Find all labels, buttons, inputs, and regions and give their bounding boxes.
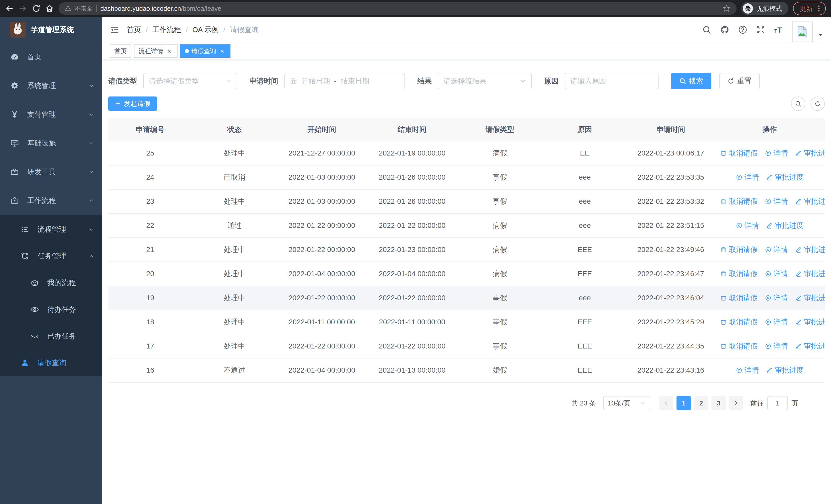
cancel-leave-link[interactable]: 取消请假	[720, 197, 757, 206]
reason-input[interactable]	[570, 77, 653, 85]
next-page-button[interactable]	[729, 396, 743, 410]
bookmark-star-icon[interactable]	[723, 5, 730, 12]
detail-link[interactable]: 详情	[765, 245, 788, 255]
detail-link[interactable]: 详情	[765, 148, 788, 158]
cell-status: 不通过	[192, 358, 277, 382]
date-range-picker[interactable]: 开始日期 - 结束日期	[284, 73, 405, 89]
app-logo[interactable]: 芋道管理系统	[0, 17, 102, 42]
sidebar-collapse-icon[interactable]	[110, 25, 119, 34]
sidebar-item-payment-management[interactable]: 支付管理	[0, 100, 102, 129]
table-row: 19处理中2022-01-22 00:00:002022-01-22 00:00…	[108, 286, 825, 310]
page-size-select[interactable]: 10条/页	[603, 396, 650, 410]
sidebar-item-label: 流程管理	[37, 225, 88, 234]
browser-forward-icon[interactable]	[19, 4, 27, 13]
font-size-icon[interactable]: TT	[774, 25, 783, 34]
cell-actions: 取消请假详情审批进度	[715, 189, 825, 213]
sidebar-item-home[interactable]: 首页	[0, 42, 102, 71]
detail-eye-icon	[736, 367, 742, 374]
approval-progress-link[interactable]: 审批进度	[795, 293, 825, 303]
detail-link[interactable]: 详情	[736, 365, 759, 375]
approval-progress-link[interactable]: 审批进度	[766, 365, 804, 375]
prev-page-button[interactable]	[659, 396, 674, 410]
sidebar-item-todo-tasks[interactable]: 待办任务	[0, 296, 102, 323]
approval-progress-link[interactable]: 审批进度	[766, 221, 804, 231]
tab-close-icon[interactable]: ×	[219, 48, 226, 55]
cancel-leave-link[interactable]: 取消请假	[720, 269, 757, 279]
search-icon[interactable]	[702, 25, 711, 34]
goto-page-input[interactable]	[767, 396, 788, 410]
address-bar[interactable]: 不安全 dashboard.yudao.iocoder.cn/bpm/oa/le…	[58, 2, 737, 14]
result-select[interactable]: 请选择流结果	[438, 73, 532, 89]
detail-link[interactable]: 详情	[736, 173, 759, 182]
github-icon[interactable]	[720, 25, 729, 34]
avatar[interactable]	[792, 22, 812, 42]
sidebar-item-process-management[interactable]: 流程管理	[0, 216, 102, 243]
breadcrumb-item[interactable]: 工作流程	[152, 25, 181, 35]
cancel-leave-link[interactable]: 取消请假	[720, 293, 757, 303]
approval-progress-link[interactable]: 审批进度	[795, 148, 825, 158]
sidebar-item-task-management[interactable]: 任务管理	[0, 243, 102, 269]
tab-home[interactable]: 首页	[110, 45, 132, 58]
user-icon	[21, 358, 29, 367]
hide-search-button[interactable]	[791, 96, 805, 111]
detail-link[interactable]: 详情	[765, 293, 788, 303]
browser-home-icon[interactable]	[45, 4, 54, 13]
cancel-leave-link[interactable]: 取消请假	[720, 317, 757, 327]
browser-menu-icon[interactable]	[815, 5, 823, 12]
detail-link[interactable]: 详情	[736, 221, 759, 231]
cancel-leave-link[interactable]: 取消请假	[720, 148, 757, 158]
approval-progress-link[interactable]: 审批进度	[766, 173, 804, 182]
cell-actions: 取消请假详情审批进度	[715, 262, 825, 286]
page-buttons: 123	[675, 396, 727, 410]
sidebar-item-system-management[interactable]: 系统管理	[0, 71, 102, 100]
approval-progress-link[interactable]: 审批进度	[795, 269, 825, 279]
sidebar-item-workflow[interactable]: 工作流程	[0, 186, 102, 215]
sidebar-item-my-process[interactable]: 我的流程	[0, 269, 102, 296]
page-button-3[interactable]: 3	[711, 396, 726, 410]
detail-link[interactable]: 详情	[765, 197, 788, 206]
browser-back-icon[interactable]	[5, 4, 14, 13]
browser-update-button[interactable]: 更新	[793, 2, 826, 15]
cell-status: 已取消	[192, 165, 277, 189]
date-separator: -	[334, 77, 337, 85]
approval-progress-link[interactable]: 审批进度	[795, 245, 825, 255]
logo-image	[10, 22, 26, 38]
link-label: 取消请假	[729, 197, 757, 206]
tab-close-icon[interactable]: ×	[166, 48, 173, 55]
tab-leave-query[interactable]: 请假查询×	[180, 45, 230, 58]
cell-status: 处理中	[192, 310, 277, 334]
link-label: 取消请假	[729, 293, 757, 303]
cell-start: 2022-01-11 00:00:00	[277, 310, 367, 334]
cancel-leave-link[interactable]: 取消请假	[720, 245, 757, 255]
refresh-table-button[interactable]	[810, 96, 825, 111]
sidebar-item-leave-query[interactable]: 请假查询	[0, 350, 102, 376]
sidebar-item-done-tasks[interactable]: 已办任务	[0, 323, 102, 350]
browser-reload-icon[interactable]	[32, 4, 40, 13]
detail-link[interactable]: 详情	[765, 269, 788, 279]
cell-type: 事假	[457, 286, 543, 310]
detail-eye-icon	[765, 295, 771, 301]
page-button-2[interactable]: 2	[694, 396, 708, 410]
detail-link[interactable]: 详情	[765, 317, 788, 327]
sidebar-item-dev-tools[interactable]: 研发工具	[0, 157, 102, 186]
yen-icon	[10, 110, 19, 119]
breadcrumb-item[interactable]: OA 示例	[193, 25, 219, 35]
search-button[interactable]: 搜索	[671, 73, 711, 89]
reset-button[interactable]: 重置	[719, 73, 760, 89]
tab-process-detail[interactable]: 流程详情×	[134, 45, 178, 58]
breadcrumb-item[interactable]: 首页	[127, 25, 141, 35]
approval-progress-link[interactable]: 审批进度	[795, 317, 825, 327]
tab-label: 请假查询	[192, 47, 216, 55]
cancel-leave-link[interactable]: 取消请假	[720, 341, 757, 351]
approval-progress-link[interactable]: 审批进度	[795, 341, 825, 351]
approval-progress-link[interactable]: 审批进度	[795, 197, 825, 206]
leave-type-select[interactable]: 请选择请假类型	[143, 73, 237, 89]
column-header: 申请时间	[627, 118, 715, 141]
sidebar-item-infrastructure[interactable]: 基础设施	[0, 129, 102, 157]
fullscreen-icon[interactable]	[756, 25, 765, 34]
page-button-1[interactable]: 1	[677, 396, 691, 410]
help-icon[interactable]	[738, 25, 747, 34]
create-leave-button[interactable]: 发起请假	[108, 96, 157, 111]
detail-link[interactable]: 详情	[765, 341, 788, 351]
avatar-caret-icon[interactable]	[818, 32, 823, 38]
